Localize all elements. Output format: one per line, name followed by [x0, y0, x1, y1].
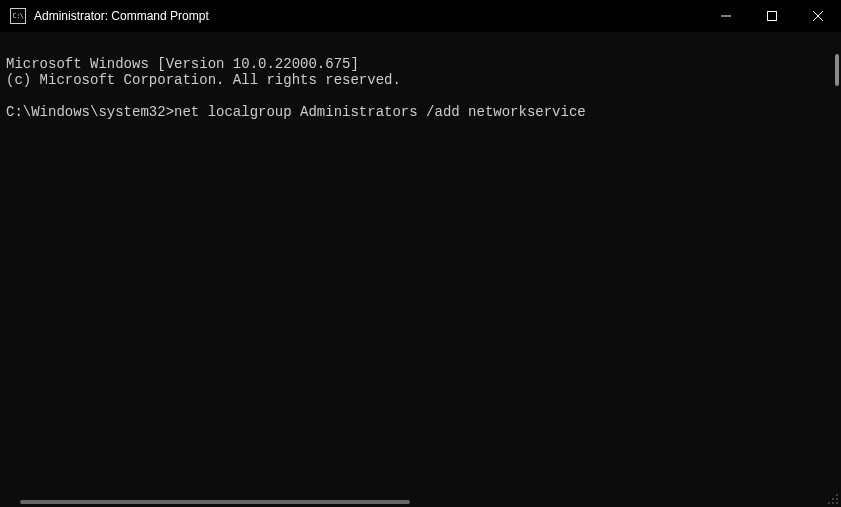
svg-point-7 [836, 502, 838, 504]
prompt-line: C:\Windows\system32>net localgroup Admin… [6, 104, 586, 120]
version-line: Microsoft Windows [Version 10.0.22000.67… [6, 56, 359, 72]
maximize-icon [767, 11, 777, 21]
maximize-button[interactable] [749, 0, 795, 32]
close-button[interactable] [795, 0, 841, 32]
copyright-line: (c) Microsoft Corporation. All rights re… [6, 72, 401, 88]
resize-grip-icon [827, 493, 839, 505]
window-title: Administrator: Command Prompt [34, 9, 209, 23]
close-icon [813, 11, 823, 21]
svg-point-9 [828, 502, 830, 504]
command-text: net localgroup Administrators /add netwo… [174, 104, 586, 120]
svg-point-8 [832, 502, 834, 504]
resize-grip[interactable] [827, 493, 839, 505]
svg-point-5 [836, 498, 838, 500]
app-icon-text: C:\ [12, 13, 23, 20]
vertical-scrollbar[interactable] [835, 54, 839, 86]
svg-rect-1 [768, 12, 777, 21]
command-prompt-window: C:\ Administrator: Command Prompt Micros… [0, 0, 841, 507]
app-icon: C:\ [10, 8, 26, 24]
window-controls [703, 0, 841, 32]
prompt-path: C:\Windows\system32> [6, 104, 174, 120]
svg-point-6 [832, 498, 834, 500]
terminal-body[interactable]: Microsoft Windows [Version 10.0.22000.67… [0, 32, 841, 507]
minimize-icon [721, 11, 731, 21]
minimize-button[interactable] [703, 0, 749, 32]
titlebar[interactable]: C:\ Administrator: Command Prompt [0, 0, 841, 32]
svg-point-4 [836, 494, 838, 496]
horizontal-scrollbar[interactable] [20, 500, 410, 504]
